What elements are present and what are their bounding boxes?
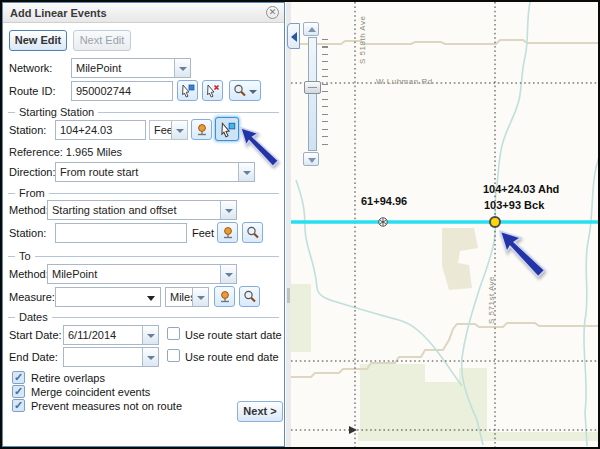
cursor-clear-icon xyxy=(205,83,221,99)
prevent-measures-label: Prevent measures not on route xyxy=(31,400,182,412)
station-tool-icon xyxy=(217,289,233,305)
from-method-label: Method: xyxy=(9,204,49,216)
section-line-roads xyxy=(291,2,598,447)
end-date-input[interactable] xyxy=(63,347,159,367)
zoom-slider-thumb[interactable] xyxy=(304,81,321,94)
use-route-start-date-checkbox[interactable] xyxy=(167,327,180,340)
to-search-button[interactable] xyxy=(239,286,260,307)
chevron-down-icon[interactable] xyxy=(238,163,254,181)
route-id-label: Route ID: xyxy=(9,85,55,97)
road-label-north-avenue: S 518th Ave xyxy=(358,16,367,65)
chevron-down-icon[interactable] xyxy=(171,121,187,139)
chevron-down-icon[interactable] xyxy=(174,59,190,77)
road-label-crossroad: W Luhman Rd xyxy=(376,77,433,86)
start-date-label: Start Date: xyxy=(9,329,62,341)
route-id-input[interactable] xyxy=(71,81,173,101)
select-station-on-map-button[interactable] xyxy=(215,117,239,141)
new-edit-button[interactable]: New Edit xyxy=(9,30,67,51)
next-edit-button[interactable]: Next Edit xyxy=(73,30,131,51)
measure-units-select[interactable]: Miles xyxy=(165,287,209,307)
station-measure-label-left: 61+94.96 xyxy=(361,195,407,207)
from-measure-button[interactable] xyxy=(217,222,238,243)
cursor-select-icon xyxy=(219,121,237,139)
merge-coincident-checkbox[interactable] xyxy=(12,385,25,398)
to-measure-button[interactable] xyxy=(214,286,235,307)
from-station-input[interactable] xyxy=(55,223,187,243)
from-search-button[interactable] xyxy=(242,222,263,243)
use-route-start-date-label: Use route start date xyxy=(185,329,282,341)
station-measure-label-ahead: 104+24.03 Ahd xyxy=(483,183,559,195)
clear-route-selection-button[interactable] xyxy=(202,80,223,101)
direction-select[interactable]: From route start xyxy=(55,162,255,182)
search-icon xyxy=(242,289,258,305)
network-select[interactable]: MilePoint xyxy=(71,58,191,78)
splitter-handle[interactable] xyxy=(287,288,290,303)
station-tool-icon xyxy=(194,122,210,138)
next-button[interactable]: Next > xyxy=(237,401,283,422)
land-parcels xyxy=(291,228,598,441)
close-icon[interactable]: ✕ xyxy=(266,6,279,19)
select-route-on-map-button[interactable] xyxy=(177,80,198,101)
search-icon xyxy=(245,225,261,241)
direction-label: Direction: xyxy=(9,166,55,178)
road-label-east-avenue: S 571st Ave xyxy=(487,276,496,324)
chevron-down-icon[interactable] xyxy=(192,288,208,306)
station-reference-marker xyxy=(379,218,387,226)
station-measure-label-back: 103+93 Bck xyxy=(484,199,544,211)
road-direction-arrow xyxy=(349,426,357,434)
start-date-input[interactable]: 6/11/2014 xyxy=(63,325,159,345)
zoom-slider-track[interactable] xyxy=(308,37,317,151)
from-method-select[interactable]: Starting station and offset xyxy=(47,200,237,220)
search-icon xyxy=(232,83,248,99)
to-legend: To xyxy=(8,250,279,262)
map-canvas[interactable]: 61+94.96 104+24.03 Ahd 103+93 Bck W Luhm… xyxy=(291,2,598,447)
cursor-select-icon xyxy=(180,83,196,99)
end-date-label: End Date: xyxy=(9,351,58,363)
zoom-out-button[interactable] xyxy=(303,152,319,166)
station-input[interactable] xyxy=(55,120,146,140)
station-label: Station: xyxy=(9,124,46,136)
calendar-dropdown-icon[interactable] xyxy=(142,326,158,344)
prevent-measures-checkbox[interactable] xyxy=(12,399,25,412)
from-legend: From xyxy=(8,187,279,199)
selected-station-marker xyxy=(490,217,500,227)
to-method-select[interactable]: MilePoint xyxy=(47,264,237,284)
use-route-end-date-label: Use route end date xyxy=(185,351,279,363)
merge-coincident-label: Merge coincident events xyxy=(31,386,150,398)
zoom-in-button[interactable] xyxy=(303,22,319,36)
local-roads xyxy=(291,40,598,377)
collapse-panel-button[interactable] xyxy=(287,23,300,49)
reference-readout: Reference: 1.965 Miles xyxy=(9,146,122,158)
station-units-select[interactable]: Feet xyxy=(149,120,188,140)
from-units-label: Feet xyxy=(192,227,214,239)
chevron-down-icon[interactable] xyxy=(220,201,236,219)
retire-overlaps-label: Retire overlaps xyxy=(31,372,105,384)
chevron-down-icon[interactable] xyxy=(220,265,236,283)
starting-station-legend: Starting Station xyxy=(8,106,279,118)
retire-overlaps-checkbox[interactable] xyxy=(12,371,25,384)
to-method-label: Method: xyxy=(9,268,49,280)
calendar-dropdown-icon[interactable] xyxy=(142,348,158,366)
use-route-end-date-checkbox[interactable] xyxy=(167,349,180,362)
dates-legend: Dates xyxy=(8,311,279,323)
panel-titlebar: Add Linear Events ✕ xyxy=(3,3,284,23)
streams xyxy=(296,2,598,446)
station-measure-button[interactable] xyxy=(191,119,212,140)
from-station-label: Station: xyxy=(9,227,46,239)
add-linear-events-panel: Add Linear Events ✕ New Edit Next Edit N… xyxy=(2,2,285,447)
station-tool-icon xyxy=(220,225,236,241)
zoom-slider-ticks xyxy=(322,39,328,151)
network-label: Network: xyxy=(9,62,52,74)
route-search-menu-button[interactable] xyxy=(229,80,261,101)
screenshot-root: Add Linear Events ✕ New Edit Next Edit N… xyxy=(0,0,600,449)
panel-title: Add Linear Events xyxy=(10,7,107,19)
measure-label: Measure: xyxy=(9,291,55,303)
measure-combo-input[interactable] xyxy=(55,287,161,307)
